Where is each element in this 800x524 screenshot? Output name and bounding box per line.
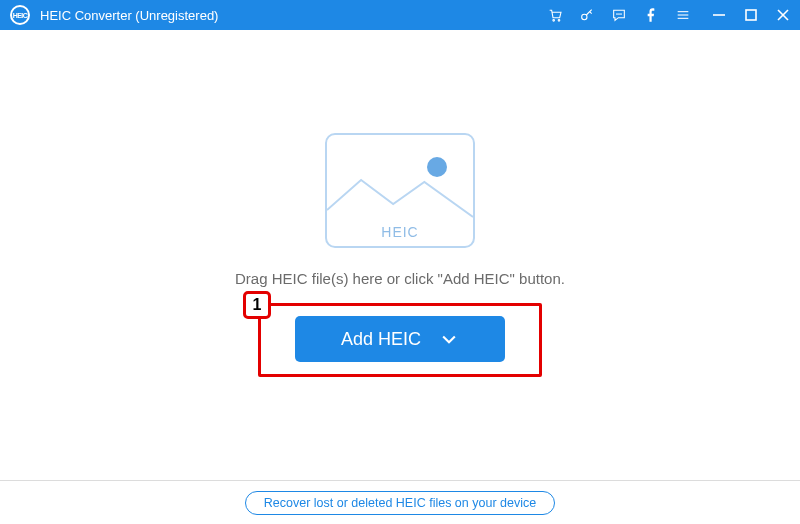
close-button[interactable] bbox=[774, 6, 792, 24]
annotation-frame: 1 Add HEIC bbox=[258, 303, 542, 377]
heic-placeholder-icon: HEIC bbox=[325, 133, 475, 248]
svg-point-2 bbox=[582, 14, 587, 19]
titlebar: HEIC HEIC Converter (Unregistered) bbox=[0, 0, 800, 30]
drag-instruction-text: Drag HEIC file(s) here or click "Add HEI… bbox=[235, 270, 565, 287]
svg-point-5 bbox=[621, 14, 622, 15]
footer: Recover lost or deleted HEIC files on yo… bbox=[0, 480, 800, 524]
chevron-down-icon bbox=[439, 329, 459, 349]
placeholder-mountain bbox=[327, 172, 473, 222]
svg-point-1 bbox=[558, 20, 560, 22]
annotation-step-badge: 1 bbox=[243, 291, 271, 319]
svg-point-4 bbox=[619, 14, 620, 15]
add-heic-button[interactable]: Add HEIC bbox=[295, 316, 505, 362]
svg-point-3 bbox=[617, 14, 618, 15]
recover-files-link[interactable]: Recover lost or deleted HEIC files on yo… bbox=[245, 491, 555, 515]
titlebar-actions bbox=[546, 6, 692, 24]
facebook-icon[interactable] bbox=[642, 6, 660, 24]
svg-rect-10 bbox=[746, 10, 756, 20]
cart-icon[interactable] bbox=[546, 6, 564, 24]
key-icon[interactable] bbox=[578, 6, 596, 24]
app-title: HEIC Converter (Unregistered) bbox=[40, 8, 218, 23]
menu-icon[interactable] bbox=[674, 6, 692, 24]
app-logo: HEIC bbox=[10, 5, 30, 25]
svg-point-0 bbox=[553, 20, 555, 22]
add-heic-button-label: Add HEIC bbox=[341, 329, 421, 350]
drop-zone[interactable]: HEIC Drag HEIC file(s) here or click "Ad… bbox=[0, 30, 800, 480]
maximize-button[interactable] bbox=[742, 6, 760, 24]
app-logo-text: HEIC bbox=[13, 12, 28, 19]
window-controls bbox=[710, 6, 792, 24]
placeholder-heic-label: HEIC bbox=[327, 224, 473, 240]
chat-icon[interactable] bbox=[610, 6, 628, 24]
minimize-button[interactable] bbox=[710, 6, 728, 24]
